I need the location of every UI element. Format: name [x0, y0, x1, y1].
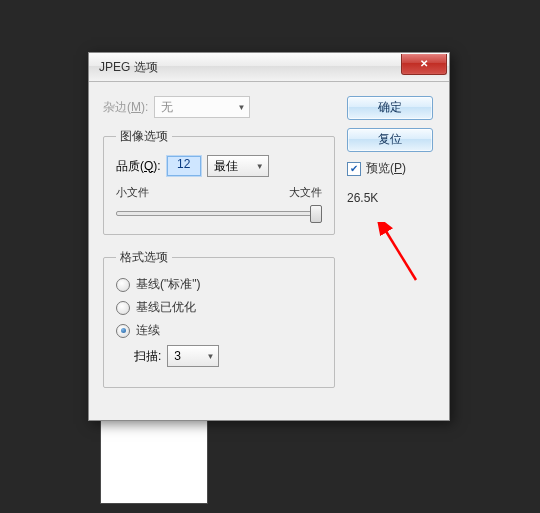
- reset-button[interactable]: 复位: [347, 128, 433, 152]
- preview-checkbox-row[interactable]: ✔ 预览(P): [347, 160, 435, 177]
- radio-icon: [116, 278, 130, 292]
- quality-slider[interactable]: [116, 204, 322, 222]
- format-options-legend: 格式选项: [116, 249, 172, 266]
- optimized-radio-row[interactable]: 基线已优化: [116, 299, 322, 316]
- preview-label: 预览(P): [366, 160, 406, 177]
- optimized-label: 基线已优化: [136, 299, 196, 316]
- matte-label: 杂边(M):: [103, 99, 148, 116]
- chevron-down-icon: ▼: [256, 162, 264, 171]
- ok-button[interactable]: 确定: [347, 96, 433, 120]
- matte-value: 无: [161, 99, 173, 116]
- scans-select[interactable]: 3 ▼: [167, 345, 219, 367]
- chevron-down-icon: ▼: [237, 103, 245, 112]
- large-file-label: 大文件: [289, 185, 322, 200]
- jpeg-options-dialog: JPEG 选项 ✕ 杂边(M): 无 ▼ 图像选项 品质(Q):: [88, 52, 450, 421]
- format-options-group: 格式选项 基线("标准") 基线已优化 连续 扫描: 3: [103, 249, 335, 388]
- quality-preset-value: 最佳: [214, 158, 238, 175]
- radio-checked-icon: [116, 324, 130, 338]
- checkbox-checked-icon: ✔: [347, 162, 361, 176]
- scans-label: 扫描:: [134, 348, 161, 365]
- small-file-label: 小文件: [116, 185, 149, 200]
- image-options-legend: 图像选项: [116, 128, 172, 145]
- radio-icon: [116, 301, 130, 315]
- matte-select: 无 ▼: [154, 96, 250, 118]
- progressive-radio-row[interactable]: 连续: [116, 322, 322, 339]
- slider-track: [116, 211, 322, 216]
- progressive-label: 连续: [136, 322, 160, 339]
- baseline-label: 基线("标准"): [136, 276, 201, 293]
- dialog-title: JPEG 选项: [99, 59, 158, 76]
- scans-value: 3: [174, 349, 181, 363]
- quality-label: 品质(Q):: [116, 158, 161, 175]
- image-options-group: 图像选项 品质(Q): 12 最佳 ▼ 小文件 大文件: [103, 128, 335, 235]
- close-icon: ✕: [420, 58, 428, 69]
- quality-preset-select[interactable]: 最佳 ▼: [207, 155, 269, 177]
- quality-input[interactable]: 12: [167, 156, 201, 176]
- close-button[interactable]: ✕: [401, 54, 447, 75]
- baseline-radio-row[interactable]: 基线("标准"): [116, 276, 322, 293]
- titlebar[interactable]: JPEG 选项 ✕: [89, 53, 449, 82]
- slider-thumb[interactable]: [310, 205, 322, 223]
- filesize-text: 26.5K: [347, 191, 435, 205]
- chevron-down-icon: ▼: [206, 352, 214, 361]
